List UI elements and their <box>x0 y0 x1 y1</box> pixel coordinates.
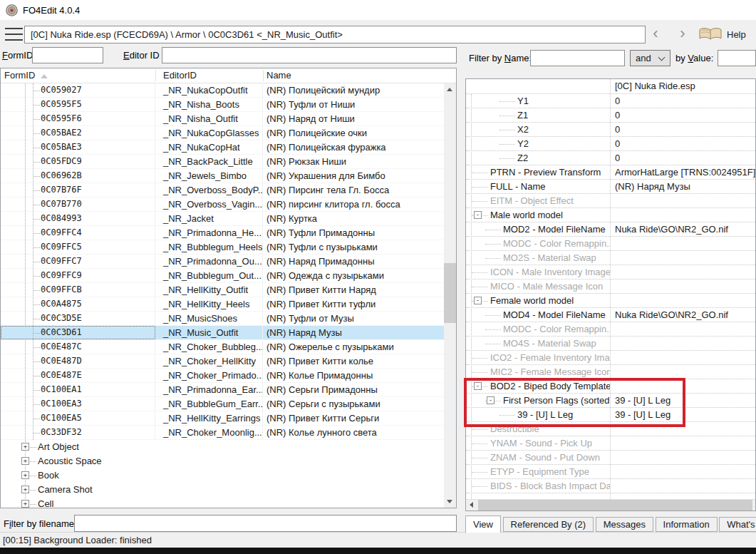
editorid-input[interactable] <box>162 47 457 63</box>
table-row[interactable]: 0C0E487C_NR_Choker_Bubbleg...(NR) Ожерел… <box>1 340 444 354</box>
field-value[interactable] <box>610 237 755 250</box>
field-value[interactable] <box>610 365 755 379</box>
horizontal-scrollbar[interactable] <box>466 499 755 511</box>
filter-value-input[interactable] <box>718 50 756 66</box>
field-value[interactable]: 0 <box>610 108 755 122</box>
record-row[interactable]: PTRN - Preview TransformArmorHatLarge [T… <box>466 165 755 180</box>
collapse-icon[interactable] <box>474 211 482 219</box>
table-row[interactable]: 0C33DF32_NR_Choker_Moonlig...(NR) Колье … <box>1 426 444 440</box>
column-header-name[interactable]: Name <box>266 68 291 83</box>
field-value[interactable]: 0 <box>610 137 755 150</box>
tab-messages[interactable]: Messages <box>596 517 653 532</box>
record-row[interactable]: First Person Flags (sorted)39 - [U] L Le… <box>466 394 755 408</box>
record-row[interactable]: Male world model <box>466 208 755 222</box>
field-value[interactable]: 0 <box>610 123 755 136</box>
record-row[interactable]: EITM - Object Effect <box>466 194 755 208</box>
field-value[interactable] <box>610 351 755 364</box>
scrollbar-thumb[interactable] <box>444 263 456 323</box>
record-row[interactable]: Destructible <box>466 422 755 436</box>
field-value[interactable] <box>610 436 755 450</box>
record-row[interactable]: X20 <box>466 123 755 137</box>
field-value[interactable] <box>610 208 755 222</box>
table-row[interactable]: 0C059027_NR_NukaCopOutfit(NR) Полицейски… <box>1 83 444 98</box>
scroll-up-icon[interactable] <box>444 83 456 96</box>
field-value[interactable] <box>610 294 755 307</box>
tree-group-row[interactable]: Book <box>1 468 444 483</box>
record-row[interactable]: FULL - Name(NR) Наряд Музы <box>466 180 755 194</box>
table-row[interactable]: 0C07B76F_NR_Overboss_BodyP...(NR) Пирсин… <box>1 183 444 198</box>
field-value[interactable] <box>610 479 755 493</box>
field-value[interactable]: 39 - [U] L Leg <box>610 394 755 407</box>
record-row[interactable]: Y20 <box>466 137 755 151</box>
record-row[interactable]: Y10 <box>466 94 755 108</box>
field-value[interactable] <box>610 251 755 265</box>
field-value[interactable]: Nuka Ride\GO\NR2_GO.nif <box>610 222 755 236</box>
breadcrumb[interactable]: [0C] Nuka Ride.esp (FCECD69A) \ Armor \ … <box>24 26 646 43</box>
table-row[interactable]: 0C09FFC7_NR_Primadonna_Ou...(NR) Наряд П… <box>1 255 444 269</box>
scroll-down-icon[interactable] <box>444 496 456 508</box>
collapse-icon[interactable] <box>474 382 482 390</box>
expand-icon[interactable] <box>21 443 29 451</box>
field-value[interactable] <box>610 451 755 464</box>
tab-view[interactable]: View <box>465 515 501 533</box>
menu-icon[interactable] <box>5 28 23 41</box>
plugin-column-header[interactable]: [0C] Nuka Ride.esp <box>466 79 755 94</box>
record-row[interactable]: YNAM - Sound - Pick Up <box>466 436 755 451</box>
record-row[interactable]: ETYP - Equipment Type <box>466 465 755 479</box>
record-row[interactable]: ICO2 - Female Inventory Ima... <box>466 351 755 365</box>
record-row[interactable]: MICO - Male Message Icon <box>466 279 755 294</box>
field-value[interactable]: (NR) Наряд Музы <box>610 180 755 193</box>
filename-filter-input[interactable] <box>74 515 457 532</box>
record-row[interactable]: Female world model <box>466 294 755 308</box>
record-row[interactable]: ZNAM - Sound - Put Down <box>466 451 755 465</box>
table-row[interactable]: 0C09FFC9_NR_Bubblegum_Out...(NR) Одежда … <box>1 269 444 283</box>
field-value[interactable] <box>610 279 755 293</box>
table-row[interactable]: 0C100EA1_NR_Primadonna_Ear...(NR) Серьги… <box>1 383 444 397</box>
table-row[interactable]: 0C0A4875_NR_HellKitty_Heels(NR) Привет К… <box>1 297 444 312</box>
expand-icon[interactable] <box>21 457 29 465</box>
filter-name-input[interactable] <box>530 50 625 66</box>
field-value[interactable] <box>610 337 755 350</box>
table-row-selected[interactable]: 0C0C3D61_NR_Music_Outfit(NR) Наряд Музы <box>1 326 444 340</box>
table-row[interactable]: 0C09FFC5_NR_Bubblegum_Heels(NR) Туфли с … <box>1 240 444 255</box>
field-value[interactable] <box>610 422 755 436</box>
table-row[interactable]: 0C0E487D_NR_Choker_HellKitty(NR) Привет … <box>1 354 444 369</box>
column-header-editorid[interactable]: EditorID <box>163 68 197 83</box>
field-value[interactable]: 0 <box>610 94 755 108</box>
collapse-icon[interactable] <box>474 297 482 304</box>
forward-button[interactable]: › <box>672 24 693 45</box>
record-row[interactable]: MODC - Color Remappin... <box>466 237 755 251</box>
table-row[interactable]: 0C100EA5_NR_HellKitty_Earrings(NR) Приве… <box>1 411 444 426</box>
tab-information[interactable]: Information <box>656 517 718 532</box>
field-value[interactable] <box>610 465 755 478</box>
field-value[interactable]: Nuka Ride\GO\NR2_GO.nif <box>610 308 755 322</box>
table-row[interactable]: 0C0595F5_NR_Nisha_Boots(NR) Туфли от Ниш… <box>1 98 444 112</box>
tree-group-row[interactable]: Camera Shot <box>1 483 444 497</box>
field-value[interactable]: ArmorHatLarge [TRNS:0024951F] <box>610 165 755 179</box>
table-row[interactable]: 0C05BAE3_NR_NukaCopHat(NR) Полицейская ф… <box>1 140 444 155</box>
tree-group-row[interactable]: Art Object <box>1 440 444 454</box>
record-row[interactable]: Z20 <box>466 151 755 165</box>
record-row[interactable]: 39 - [U] L Leg39 - [U] L Leg <box>466 408 755 422</box>
record-row[interactable]: ICON - Male Inventory Image <box>466 265 755 279</box>
record-row[interactable]: MO4S - Material Swap <box>466 337 755 351</box>
record-row[interactable]: MOD4 - Model FileNameNuka Ride\GO\NR2_GO… <box>466 308 755 322</box>
table-row[interactable]: 0C100EA3_NR_BubbleGum_Earr...(NR) Серьги… <box>1 397 444 411</box>
record-row[interactable]: MIC2 - Female Message Icon <box>466 365 755 379</box>
tree-group-row[interactable]: Acoustic Space <box>1 454 444 468</box>
expand-icon[interactable] <box>21 471 29 479</box>
table-row[interactable]: 0C09FFC4_NR_Primadonna_He...(NR) Туфли П… <box>1 226 444 240</box>
record-row[interactable]: MOD2 - Model FileNameNuka Ride\GO\NR2_GO… <box>466 222 755 237</box>
table-row[interactable]: 0C06962B_NR_Jewels_Bimbo(NR) Украшения д… <box>1 169 444 183</box>
collapse-icon[interactable] <box>487 396 494 404</box>
field-value[interactable]: 0 <box>610 151 755 165</box>
table-row[interactable]: 0C084993_NR_Jacket(NR) Куртка <box>1 212 444 226</box>
scroll-left-icon[interactable] <box>466 500 478 511</box>
table-row[interactable]: 0C0595F6_NR_Nisha_Outfit(NR) Наряд от Ни… <box>1 112 444 126</box>
expand-icon[interactable] <box>21 500 29 508</box>
tab-referenced-by[interactable]: Referenced By (2) <box>503 517 594 532</box>
field-value[interactable] <box>610 379 755 393</box>
table-row[interactable]: 0C07B770_NR_Overboss_Vagin...(NR) пирсин… <box>1 198 444 212</box>
record-row[interactable]: Z10 <box>466 108 755 123</box>
field-value[interactable]: 39 - [U] L Leg <box>610 408 755 421</box>
